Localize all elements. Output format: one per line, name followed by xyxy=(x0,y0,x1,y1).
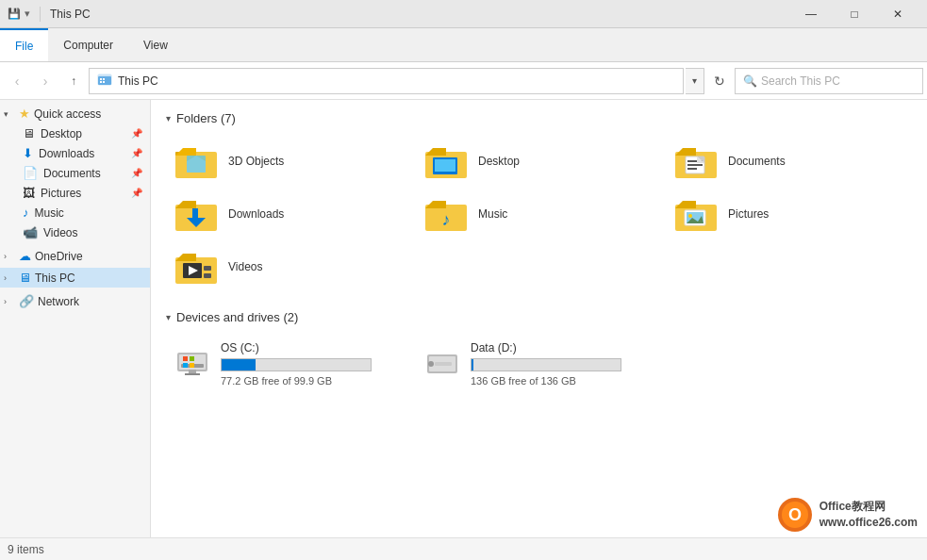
sidebar-item-videos[interactable]: 📹 Videos xyxy=(0,222,150,242)
path-icon xyxy=(97,72,112,90)
svg-rect-15 xyxy=(440,173,450,174)
pin-icon-documents: 📌 xyxy=(131,168,142,178)
folder-desktop-icon xyxy=(423,142,469,180)
svg-rect-55 xyxy=(435,362,452,366)
folder-documents-icon xyxy=(673,142,719,180)
watermark-text: Office教程网 www.office26.com xyxy=(819,499,918,531)
network-icon: 🔗 xyxy=(19,294,34,308)
folder-documents[interactable]: Documents xyxy=(666,137,912,186)
window-controls[interactable]: — □ ✕ xyxy=(789,0,919,28)
quick-access-label: Quick access xyxy=(34,107,101,121)
up-button[interactable]: ↑ xyxy=(60,68,87,94)
desktop-icon: 🖥 xyxy=(23,126,35,140)
tab-file[interactable]: File xyxy=(0,28,48,61)
sidebar-item-music[interactable]: ♪ Music xyxy=(0,203,150,222)
folder-desktop[interactable]: Desktop xyxy=(416,137,662,186)
sidebar-documents-label: Documents xyxy=(43,167,101,180)
sidebar-item-pictures[interactable]: 🖼 Pictures 📌 xyxy=(0,183,150,203)
expand-arrow-onedrive: › xyxy=(4,252,15,261)
sidebar-group-quick-access[interactable]: ▾ ★ Quick access xyxy=(0,104,150,124)
folder-videos-label: Videos xyxy=(228,260,262,273)
svg-rect-3 xyxy=(100,81,102,83)
svg-rect-4 xyxy=(103,78,105,80)
sidebar-group-network[interactable]: › 🔗 Network xyxy=(0,291,150,311)
pin-icon-desktop: 📌 xyxy=(131,128,142,139)
drive-c-info: OS (C:) 77.2 GB free of 99.9 GB xyxy=(221,341,372,387)
status-bar: 9 items xyxy=(0,537,927,560)
svg-rect-42 xyxy=(204,273,211,278)
folders-header-label: Folders (7) xyxy=(176,111,236,125)
title-text: This PC xyxy=(50,8,91,21)
drive-d[interactable]: Data (D:) 136 GB free of 136 GB xyxy=(416,336,662,392)
title-bar: 💾 ▾ This PC — □ ✕ xyxy=(0,0,927,28)
tab-computer[interactable]: Computer xyxy=(48,28,128,61)
svg-rect-51 xyxy=(190,363,194,368)
back-button[interactable]: ‹ xyxy=(4,68,30,94)
folder-3d-icon xyxy=(174,142,219,180)
sidebar-desktop-label: Desktop xyxy=(41,127,82,140)
drives-header-label: Devices and drives (2) xyxy=(176,310,298,324)
drive-c[interactable]: OS (C:) 77.2 GB free of 99.9 GB xyxy=(166,336,412,392)
sidebar-item-documents[interactable]: 📄 Documents 📌 xyxy=(0,163,150,183)
drive-d-icon xyxy=(423,341,461,379)
drive-c-label: OS (C:) xyxy=(221,341,372,354)
svg-rect-2 xyxy=(100,78,102,80)
drive-d-bar-fill xyxy=(472,359,473,371)
drive-c-bar-fill xyxy=(222,359,256,371)
sidebar-music-label: Music xyxy=(35,206,64,220)
folder-pictures-label: Pictures xyxy=(728,207,769,221)
forward-button[interactable]: › xyxy=(32,68,58,94)
refresh-button[interactable]: ↻ xyxy=(706,68,733,94)
expand-arrow-this-pc: › xyxy=(4,273,15,283)
sidebar-pictures-label: Pictures xyxy=(41,187,81,200)
sidebar-item-this-pc[interactable]: › 🖥 This PC xyxy=(0,268,150,288)
quick-access-star-icon: ★ xyxy=(19,107,30,121)
search-icon: 🔍 xyxy=(743,74,757,88)
sidebar-group-onedrive[interactable]: › ☁ OneDrive xyxy=(0,246,150,266)
drives-grid: OS (C:) 77.2 GB free of 99.9 GB xyxy=(166,336,912,392)
folder-music-label: Music xyxy=(478,207,507,221)
svg-point-35 xyxy=(688,214,692,218)
drive-d-bar xyxy=(471,358,621,371)
folder-downloads[interactable]: Downloads xyxy=(166,189,412,239)
svg-point-54 xyxy=(428,361,434,367)
sidebar-this-pc-label: This PC xyxy=(35,272,75,285)
this-pc-icon: 🖥 xyxy=(19,271,31,285)
expand-arrow-network: › xyxy=(4,297,15,306)
tab-view[interactable]: View xyxy=(128,28,183,61)
svg-rect-21 xyxy=(687,168,697,170)
search-placeholder: Search This PC xyxy=(761,74,840,88)
sidebar: ▾ ★ Quick access 🖥 Desktop 📌 ⬇ Downloads… xyxy=(0,100,151,537)
sidebar-item-desktop[interactable]: 🖥 Desktop 📌 xyxy=(0,124,150,143)
content-area: ▾ Folders (7) 3D Objects xyxy=(151,100,927,537)
folder-videos-icon xyxy=(174,248,219,286)
folders-chevron: ▾ xyxy=(166,113,171,124)
maximize-button[interactable]: □ xyxy=(833,0,876,28)
svg-rect-1 xyxy=(98,76,111,85)
sidebar-onedrive-label: OneDrive xyxy=(35,250,83,263)
folder-music-icon: ♪ xyxy=(423,195,469,233)
folders-section-header[interactable]: ▾ Folders (7) xyxy=(166,111,912,125)
pin-icon-downloads: 📌 xyxy=(131,148,142,158)
items-count: 9 items xyxy=(8,543,44,556)
folder-music[interactable]: ♪ Music xyxy=(416,189,662,239)
folder-pictures[interactable]: Pictures xyxy=(666,189,912,239)
drives-section-header[interactable]: ▾ Devices and drives (2) xyxy=(166,310,912,324)
svg-rect-14 xyxy=(435,159,455,172)
sidebar-item-downloads[interactable]: ⬇ Downloads 📌 xyxy=(0,143,150,163)
folder-3d-objects[interactable]: 3D Objects xyxy=(166,137,412,186)
address-path[interactable]: This PC xyxy=(89,68,684,94)
svg-rect-50 xyxy=(183,363,188,368)
close-button[interactable]: ✕ xyxy=(876,0,919,28)
folder-videos[interactable]: Videos xyxy=(166,242,412,291)
downloads-icon: ⬇ xyxy=(23,146,33,160)
quick-access-icon: 💾 ▾ xyxy=(8,8,30,20)
svg-rect-47 xyxy=(185,373,200,375)
watermark-site1: Office教程网 xyxy=(819,499,918,515)
ribbon: File Computer View xyxy=(0,28,927,62)
search-box[interactable]: 🔍 Search This PC xyxy=(735,68,923,94)
videos-icon: 📹 xyxy=(23,225,38,239)
minimize-button[interactable]: — xyxy=(789,0,833,28)
svg-rect-5 xyxy=(103,81,105,83)
address-dropdown[interactable]: ▾ xyxy=(686,68,704,94)
